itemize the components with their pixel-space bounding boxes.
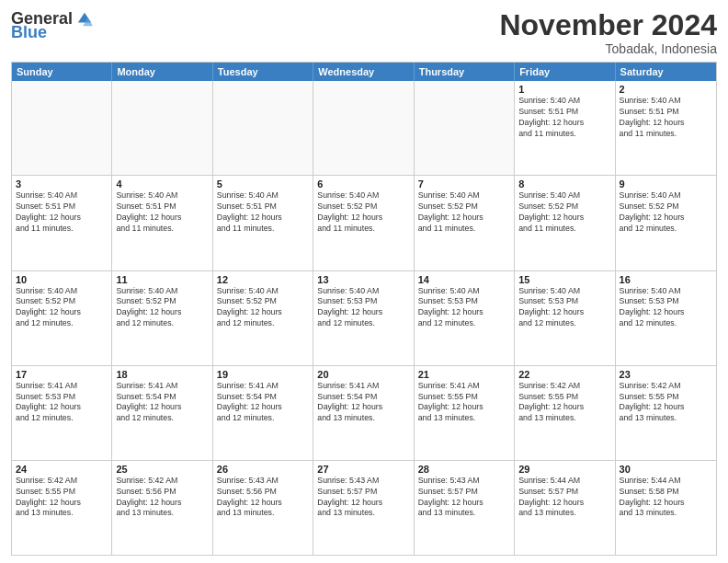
day-number: 27 [317,464,409,475]
page: General Blue November 2024 Tobadak, Indo… [0,0,728,563]
day-info: Sunrise: 5:40 AM Sunset: 5:52 PM Dayligh… [317,190,409,235]
subtitle: Tobadak, Indonesia [499,41,717,56]
day-info: Sunrise: 5:41 AM Sunset: 5:54 PM Dayligh… [116,381,208,425]
day-info: Sunrise: 5:40 AM Sunset: 5:51 PM Dayligh… [518,96,610,140]
day-info: Sunrise: 5:42 AM Sunset: 5:56 PM Dayligh… [116,476,208,520]
day-number: 1 [518,84,610,95]
day-info: Sunrise: 5:40 AM Sunset: 5:52 PM Dayligh… [16,286,108,330]
day-cell-29: 29Sunrise: 5:44 AM Sunset: 5:57 PM Dayli… [515,461,615,555]
day-number: 24 [16,464,108,475]
day-cell-13: 13Sunrise: 5:40 AM Sunset: 5:53 PM Dayli… [313,271,414,365]
month-title: November 2024 [499,9,717,41]
day-cell-11: 11Sunrise: 5:40 AM Sunset: 5:52 PM Dayli… [112,271,212,365]
day-info: Sunrise: 5:40 AM Sunset: 5:52 PM Dayligh… [217,286,309,330]
calendar-row-4: 17Sunrise: 5:41 AM Sunset: 5:53 PM Dayli… [12,365,716,460]
day-number: 13 [317,274,409,285]
title-block: November 2024 Tobadak, Indonesia [499,9,717,56]
day-cell-19: 19Sunrise: 5:41 AM Sunset: 5:54 PM Dayli… [213,366,313,460]
calendar-body: 1Sunrise: 5:40 AM Sunset: 5:51 PM Daylig… [12,81,716,555]
day-info: Sunrise: 5:42 AM Sunset: 5:55 PM Dayligh… [518,381,610,425]
day-cell-9: 9Sunrise: 5:40 AM Sunset: 5:52 PM Daylig… [616,176,716,270]
day-cell-27: 27Sunrise: 5:43 AM Sunset: 5:57 PM Dayli… [313,461,414,555]
logo-blue: Blue [11,23,47,42]
calendar-header: SundayMondayTuesdayWednesdayThursdayFrid… [12,63,716,81]
day-info: Sunrise: 5:43 AM Sunset: 5:57 PM Dayligh… [418,476,510,520]
day-cell-1: 1Sunrise: 5:40 AM Sunset: 5:51 PM Daylig… [515,81,615,175]
day-cell-2: 2Sunrise: 5:40 AM Sunset: 5:51 PM Daylig… [616,81,716,175]
day-number: 18 [116,369,208,380]
empty-cell [112,81,212,175]
day-info: Sunrise: 5:41 AM Sunset: 5:55 PM Dayligh… [418,381,510,425]
day-cell-12: 12Sunrise: 5:40 AM Sunset: 5:52 PM Dayli… [213,271,313,365]
day-number: 4 [116,178,208,190]
day-cell-17: 17Sunrise: 5:41 AM Sunset: 5:53 PM Dayli… [12,366,112,460]
header-day-sunday: Sunday [12,63,112,81]
day-cell-8: 8Sunrise: 5:40 AM Sunset: 5:52 PM Daylig… [515,176,615,270]
day-cell-15: 15Sunrise: 5:40 AM Sunset: 5:53 PM Dayli… [515,271,615,365]
day-number: 8 [518,178,610,190]
day-number: 15 [518,274,610,285]
day-number: 28 [418,464,510,475]
day-info: Sunrise: 5:42 AM Sunset: 5:55 PM Dayligh… [620,381,712,425]
day-number: 2 [620,84,712,95]
day-info: Sunrise: 5:40 AM Sunset: 5:51 PM Dayligh… [116,190,208,235]
day-info: Sunrise: 5:44 AM Sunset: 5:58 PM Dayligh… [620,476,712,520]
day-cell-5: 5Sunrise: 5:40 AM Sunset: 5:51 PM Daylig… [213,176,313,270]
day-cell-26: 26Sunrise: 5:43 AM Sunset: 5:56 PM Dayli… [213,461,313,555]
day-number: 23 [620,369,712,380]
day-info: Sunrise: 5:40 AM Sunset: 5:53 PM Dayligh… [620,286,712,330]
header-day-wednesday: Wednesday [313,63,414,81]
header: General Blue November 2024 Tobadak, Indo… [11,9,717,56]
day-cell-18: 18Sunrise: 5:41 AM Sunset: 5:54 PM Dayli… [112,366,212,460]
day-number: 12 [217,274,309,285]
header-day-monday: Monday [112,63,212,81]
day-cell-7: 7Sunrise: 5:40 AM Sunset: 5:52 PM Daylig… [415,176,515,270]
day-number: 6 [317,178,409,190]
empty-cell [415,81,515,175]
day-info: Sunrise: 5:43 AM Sunset: 5:57 PM Dayligh… [317,476,409,520]
day-number: 26 [217,464,309,475]
logo-icon [76,11,93,28]
day-info: Sunrise: 5:40 AM Sunset: 5:53 PM Dayligh… [518,286,610,330]
calendar-row-5: 24Sunrise: 5:42 AM Sunset: 5:55 PM Dayli… [12,460,716,555]
header-day-tuesday: Tuesday [213,63,313,81]
day-number: 25 [116,464,208,475]
day-number: 22 [518,369,610,380]
day-info: Sunrise: 5:40 AM Sunset: 5:53 PM Dayligh… [418,286,510,330]
day-cell-28: 28Sunrise: 5:43 AM Sunset: 5:57 PM Dayli… [415,461,515,555]
header-day-thursday: Thursday [415,63,515,81]
day-info: Sunrise: 5:44 AM Sunset: 5:57 PM Dayligh… [518,476,610,520]
day-info: Sunrise: 5:42 AM Sunset: 5:55 PM Dayligh… [16,476,108,520]
day-number: 3 [16,178,108,190]
calendar: SundayMondayTuesdayWednesdayThursdayFrid… [11,62,717,556]
day-number: 14 [418,274,510,285]
day-info: Sunrise: 5:40 AM Sunset: 5:53 PM Dayligh… [317,286,409,330]
day-info: Sunrise: 5:41 AM Sunset: 5:54 PM Dayligh… [217,381,309,425]
day-number: 20 [317,369,409,380]
empty-cell [12,81,112,175]
day-cell-6: 6Sunrise: 5:40 AM Sunset: 5:52 PM Daylig… [313,176,414,270]
day-cell-14: 14Sunrise: 5:40 AM Sunset: 5:53 PM Dayli… [415,271,515,365]
day-number: 17 [16,369,108,380]
day-info: Sunrise: 5:40 AM Sunset: 5:52 PM Dayligh… [418,190,510,235]
day-cell-4: 4Sunrise: 5:40 AM Sunset: 5:51 PM Daylig… [112,176,212,270]
day-info: Sunrise: 5:40 AM Sunset: 5:51 PM Dayligh… [16,190,108,235]
day-number: 21 [418,369,510,380]
day-cell-21: 21Sunrise: 5:41 AM Sunset: 5:55 PM Dayli… [415,366,515,460]
day-cell-16: 16Sunrise: 5:40 AM Sunset: 5:53 PM Dayli… [616,271,716,365]
day-cell-25: 25Sunrise: 5:42 AM Sunset: 5:56 PM Dayli… [112,461,212,555]
day-cell-30: 30Sunrise: 5:44 AM Sunset: 5:58 PM Dayli… [616,461,716,555]
calendar-row-3: 10Sunrise: 5:40 AM Sunset: 5:52 PM Dayli… [12,270,716,365]
day-info: Sunrise: 5:40 AM Sunset: 5:51 PM Dayligh… [620,96,712,140]
logo: General Blue [11,9,93,42]
day-cell-20: 20Sunrise: 5:41 AM Sunset: 5:54 PM Dayli… [313,366,414,460]
day-info: Sunrise: 5:40 AM Sunset: 5:51 PM Dayligh… [217,190,309,235]
day-cell-3: 3Sunrise: 5:40 AM Sunset: 5:51 PM Daylig… [12,176,112,270]
calendar-row-2: 3Sunrise: 5:40 AM Sunset: 5:51 PM Daylig… [12,175,716,270]
day-number: 5 [217,178,309,190]
day-number: 11 [116,274,208,285]
day-number: 29 [518,464,610,475]
empty-cell [313,81,414,175]
day-cell-10: 10Sunrise: 5:40 AM Sunset: 5:52 PM Dayli… [12,271,112,365]
empty-cell [213,81,313,175]
